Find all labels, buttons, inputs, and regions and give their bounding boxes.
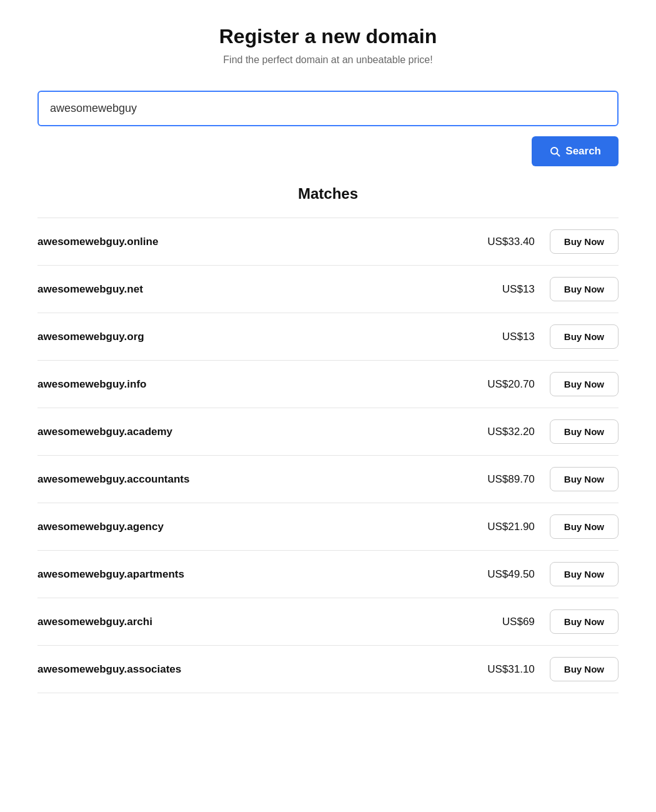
domain-row: awesomewebguy.accountantsUS$89.70Buy Now: [37, 456, 619, 503]
domain-list: awesomewebguy.onlineUS$33.40Buy Nowaweso…: [37, 218, 619, 693]
domain-price: US$13: [466, 331, 535, 343]
domain-name: awesomewebguy.accountants: [37, 473, 466, 486]
search-section: Search: [37, 91, 619, 166]
domain-price: US$89.70: [466, 473, 535, 486]
domain-price: US$13: [466, 283, 535, 296]
buy-now-button[interactable]: Buy Now: [550, 514, 619, 539]
page-subtitle: Find the perfect domain at an unbeatable…: [37, 54, 619, 66]
search-icon: [549, 146, 560, 157]
domain-price: US$21.90: [466, 521, 535, 533]
buy-now-button[interactable]: Buy Now: [550, 609, 619, 634]
search-button-label: Search: [565, 145, 601, 158]
search-input[interactable]: [37, 91, 619, 126]
search-button[interactable]: Search: [532, 136, 619, 166]
domain-row: awesomewebguy.orgUS$13Buy Now: [37, 313, 619, 361]
domain-price: US$31.10: [466, 663, 535, 676]
domain-price: US$33.40: [466, 236, 535, 248]
domain-row: awesomewebguy.apartmentsUS$49.50Buy Now: [37, 551, 619, 598]
matches-title: Matches: [37, 185, 619, 203]
buy-now-button[interactable]: Buy Now: [550, 229, 619, 254]
buy-now-button[interactable]: Buy Now: [550, 562, 619, 586]
domain-price: US$69: [466, 616, 535, 628]
search-button-wrapper: Search: [37, 136, 619, 166]
buy-now-button[interactable]: Buy Now: [550, 467, 619, 491]
domain-name: awesomewebguy.agency: [37, 521, 466, 533]
domain-row: awesomewebguy.agencyUS$21.90Buy Now: [37, 503, 619, 551]
page-title: Register a new domain: [37, 25, 619, 48]
page-header: Register a new domain Find the perfect d…: [37, 25, 619, 66]
svg-line-1: [557, 153, 560, 156]
buy-now-button[interactable]: Buy Now: [550, 277, 619, 301]
domain-row: awesomewebguy.infoUS$20.70Buy Now: [37, 361, 619, 408]
domain-row: awesomewebguy.associatesUS$31.10Buy Now: [37, 646, 619, 693]
domain-name: awesomewebguy.academy: [37, 426, 466, 438]
domain-row: awesomewebguy.academyUS$32.20Buy Now: [37, 408, 619, 456]
domain-name: awesomewebguy.net: [37, 283, 466, 296]
buy-now-button[interactable]: Buy Now: [550, 324, 619, 349]
domain-row: awesomewebguy.onlineUS$33.40Buy Now: [37, 218, 619, 266]
matches-section: Matches awesomewebguy.onlineUS$33.40Buy …: [37, 185, 619, 693]
search-input-wrapper: [37, 91, 619, 126]
domain-price: US$32.20: [466, 426, 535, 438]
domain-name: awesomewebguy.archi: [37, 616, 466, 628]
buy-now-button[interactable]: Buy Now: [550, 657, 619, 681]
domain-name: awesomewebguy.apartments: [37, 568, 466, 581]
domain-name: awesomewebguy.info: [37, 378, 466, 391]
domain-name: awesomewebguy.org: [37, 331, 466, 343]
domain-name: awesomewebguy.associates: [37, 663, 466, 676]
domain-price: US$20.70: [466, 378, 535, 391]
domain-row: awesomewebguy.netUS$13Buy Now: [37, 266, 619, 313]
domain-name: awesomewebguy.online: [37, 236, 466, 248]
domain-price: US$49.50: [466, 568, 535, 581]
buy-now-button[interactable]: Buy Now: [550, 419, 619, 444]
buy-now-button[interactable]: Buy Now: [550, 372, 619, 396]
domain-row: awesomewebguy.archiUS$69Buy Now: [37, 598, 619, 646]
